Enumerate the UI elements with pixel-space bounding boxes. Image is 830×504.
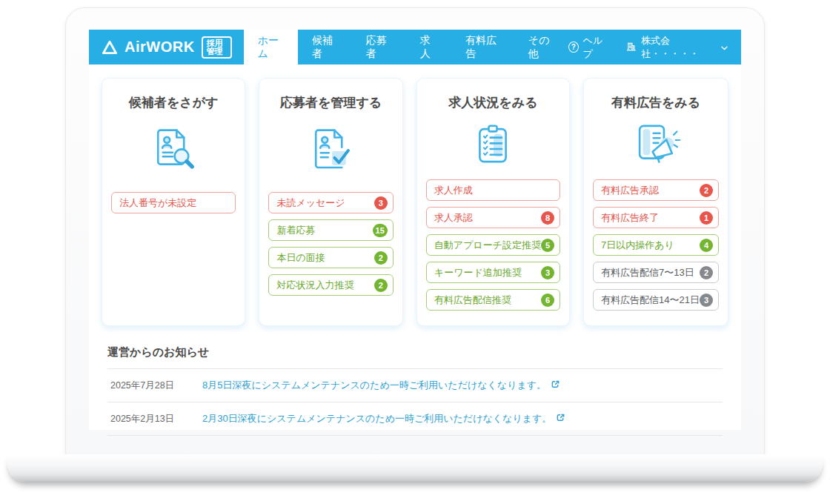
card-title: 求人状況をみる <box>426 94 560 111</box>
card-action-label: 有料広告配信14〜21日 <box>601 294 700 307</box>
brand-name: AirWORK <box>124 39 195 56</box>
count-badge: 2 <box>700 266 713 279</box>
laptop-screen: AirWORK 採用管理 ホーム候補者応募者求人有料広告その他 ? ヘルプ <box>65 7 765 455</box>
card-action-label: 7日以内操作あり <box>601 239 674 252</box>
main-content: 候補者をさがす 法人番号が未設定応募者を管理する 未読メッセージ3新着応募15本… <box>89 64 741 436</box>
help-icon: ? <box>568 42 579 53</box>
card-action-label: 未読メッセージ <box>276 196 345 210</box>
count-badge: 3 <box>541 266 554 279</box>
card-action-label: 求人承認 <box>434 211 473 225</box>
card-action-button[interactable]: 有料広告承認2 <box>593 179 719 201</box>
dashboard-card-2: 求人状況をみる 求人作成求人承認8自動アプローチ設定推奨5キーワード追加推奨3有… <box>416 78 570 326</box>
page: AirWORK 採用管理 ホーム候補者応募者求人有料広告その他 ? ヘルプ <box>0 0 830 504</box>
card-action-button[interactable]: 有料広告配信7〜13日2 <box>593 262 719 283</box>
nav-tab-2[interactable]: 応募者 <box>352 30 406 64</box>
count-badge: 8 <box>541 211 554 225</box>
dashboard-card-0: 候補者をさがす 法人番号が未設定 <box>102 78 245 326</box>
card-action-label: 有料広告配信7〜13日 <box>601 266 694 279</box>
card-action-label: 対応状況入力推奨 <box>276 279 353 292</box>
card-actions: 求人作成求人承認8自動アプローチ設定推奨5キーワード追加推奨3有料広告配信推奨6 <box>426 179 560 316</box>
external-link-icon <box>551 379 560 391</box>
card-action-button[interactable]: 求人作成 <box>426 179 560 201</box>
company-building-icon <box>625 41 637 54</box>
nav-tab-3[interactable]: 求人 <box>406 30 451 64</box>
card-action-button[interactable]: 求人承認8 <box>426 207 560 228</box>
card-action-button[interactable]: 対応状況入力推奨2 <box>268 274 393 296</box>
brand-badge: 採用管理 <box>202 36 232 59</box>
card-action-button[interactable]: 自動アプローチ設定推奨5 <box>426 234 560 256</box>
announcement-row: 2025年2月13日2月30日深夜にシステムメンテナンスのため一時ご利用いただけ… <box>107 402 723 436</box>
card-action-button[interactable]: 有料広告終了1 <box>593 207 719 228</box>
dashboard-card-3: 有料広告をみる 有料広告承認2有料広告終了17日以内操作あり4有料広告配信7〜1… <box>583 78 728 326</box>
chevron-down-icon <box>721 42 728 53</box>
count-badge: 15 <box>373 224 388 237</box>
nav-tab-0[interactable]: ホーム <box>244 30 298 64</box>
resume-search-icon <box>111 119 236 182</box>
count-badge: 4 <box>700 239 713 252</box>
card-action-label: 本日の面接 <box>276 251 325 265</box>
card-action-label: 求人作成 <box>434 184 473 197</box>
card-action-button[interactable]: 未読メッセージ3 <box>268 192 393 213</box>
card-actions: 未読メッセージ3新着応募15本日の面接2対応状況入力推奨2 <box>268 192 393 302</box>
main-nav: ホーム候補者応募者求人有料広告その他 <box>244 30 569 64</box>
card-action-button[interactable]: 新着応募15 <box>268 219 393 241</box>
card-action-button[interactable]: 法人番号が未設定 <box>111 192 236 213</box>
help-label: ヘルプ <box>583 34 609 61</box>
card-action-button[interactable]: 有料広告配信14〜21日3 <box>593 289 719 311</box>
brand-triangle-icon <box>102 40 118 55</box>
announcement-text: 8月5日深夜にシステムメンテナンスのため一時ご利用いただけなくなります。 <box>202 379 546 392</box>
help-button[interactable]: ? ヘルプ <box>568 34 609 61</box>
count-badge: 2 <box>700 184 713 197</box>
brand-logo: AirWORK 採用管理 <box>89 30 244 64</box>
card-action-button[interactable]: 本日の面接2 <box>268 247 393 268</box>
card-action-button[interactable]: 7日以内操作あり4 <box>593 234 719 256</box>
card-title: 候補者をさがす <box>111 94 236 111</box>
announcements-list: 2025年7月28日8月5日深夜にシステムメンテナンスのため一時ご利用いただけな… <box>107 368 723 436</box>
card-action-label: 自動アプローチ設定推奨 <box>434 239 541 252</box>
count-badge: 3 <box>374 196 388 210</box>
card-actions: 有料広告承認2有料広告終了17日以内操作あり4有料広告配信7〜13日2有料広告配… <box>593 179 719 316</box>
card-action-label: 有料広告終了 <box>601 211 659 225</box>
card-action-button[interactable]: 有料広告配信推奨6 <box>426 289 560 311</box>
announcement-date: 2025年7月28日 <box>110 379 182 392</box>
cards-grid: 候補者をさがす 法人番号が未設定応募者を管理する 未読メッセージ3新着応募15本… <box>89 64 741 326</box>
dashboard-card-1: 応募者を管理する 未読メッセージ3新着応募15本日の面接2対応状況入力推奨2 <box>259 78 402 326</box>
count-badge: 2 <box>374 251 388 265</box>
card-action-label: 有料広告承認 <box>601 184 659 197</box>
card-title: 有料広告をみる <box>593 94 719 111</box>
ad-megaphone-icon <box>593 119 719 170</box>
app-window: AirWORK 採用管理 ホーム候補者応募者求人有料広告その他 ? ヘルプ <box>89 30 741 430</box>
card-title: 応募者を管理する <box>268 94 393 111</box>
count-badge: 6 <box>541 294 554 307</box>
announcements-section: 運営からのお知らせ 2025年7月28日8月5日深夜にシステムメンテナンスのため… <box>107 345 723 436</box>
count-badge: 2 <box>374 279 388 292</box>
count-badge: 5 <box>541 239 554 252</box>
card-action-label: キーワード追加推奨 <box>434 266 522 279</box>
card-action-label: 有料広告配信推奨 <box>434 294 511 307</box>
count-badge: 3 <box>700 294 713 307</box>
count-badge: 1 <box>700 211 713 225</box>
announcement-text: 2月30日深夜にシステムメンテナンスのため一時ご利用いただけなくなります。 <box>202 412 551 425</box>
card-actions: 法人番号が未設定 <box>111 192 236 219</box>
nav-tab-1[interactable]: 候補者 <box>298 30 352 64</box>
account-menu[interactable]: 株式会社・・・・・ <box>625 34 728 61</box>
announcement-link[interactable]: 2月30日深夜にシステムメンテナンスのため一時ご利用いただけなくなります。 <box>202 412 565 425</box>
card-action-button[interactable]: キーワード追加推奨3 <box>426 262 560 283</box>
account-name: 株式会社・・・・・ <box>641 34 717 61</box>
card-action-label: 法人番号が未設定 <box>119 196 196 210</box>
header-right: ? ヘルプ 株式会社・・・・・ <box>568 30 741 64</box>
card-action-label: 新着応募 <box>276 224 315 237</box>
announcement-date: 2025年2月13日 <box>110 413 182 425</box>
nav-tab-4[interactable]: 有料広告 <box>451 30 514 64</box>
announcement-row: 2025年7月28日8月5日深夜にシステムメンテナンスのため一時ご利用いただけな… <box>107 369 723 402</box>
external-link-icon <box>556 413 565 425</box>
announcement-link[interactable]: 8月5日深夜にシステムメンテナンスのため一時ご利用いただけなくなります。 <box>202 379 560 392</box>
nav-tab-5[interactable]: その他 <box>514 30 568 64</box>
laptop-base <box>7 454 823 482</box>
clipboard-checklist-icon <box>426 119 560 170</box>
resume-check-icon <box>268 119 393 182</box>
app-header: AirWORK 採用管理 ホーム候補者応募者求人有料広告その他 ? ヘルプ <box>89 30 741 64</box>
announcements-title: 運営からのお知らせ <box>107 345 723 359</box>
